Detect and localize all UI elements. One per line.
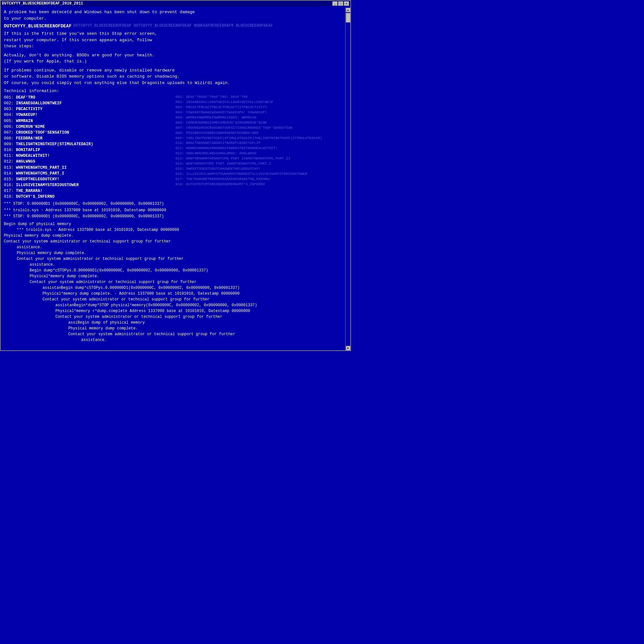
list-item: 007: CROOKED'TOOF'SENSATION: [4, 130, 175, 136]
ghost-item: 006: COMERUNOMEDIOMECOMERUN'N2MCOMERUN'N…: [175, 120, 347, 126]
list-item: 002: INSANEGOALLDONTWEIF: [4, 100, 175, 106]
ghost-item: 013: WHNTHENWHNTHENGHTCMS PART IIWHNTHEN…: [175, 156, 347, 161]
intro-text: A problem has been detecetd and Windows …: [4, 9, 347, 22]
bsod-content: A problem has been detecetd and Windows …: [1, 6, 350, 349]
dump-block-5: Physical memory dump complete. Contact y…: [4, 326, 347, 343]
ghost-item: 018: DUTCHYDTCMTORENDERNOMERNOMY'S_INFER…: [175, 182, 347, 187]
ghost-item: 016: ILLUSIVEILNAMYSTOUNAMDSTOWDOUSTILLU…: [175, 172, 347, 177]
items-right: 001: DEAF'TROAF'TRAF'TRO: DEAF'TRO 002: …: [175, 95, 347, 200]
ghost-item: 002: INSANEGOALLDONTWEIFALLDONTWEIFALLDO…: [175, 100, 347, 105]
minimize-button[interactable]: _: [332, 1, 337, 6]
list-item: 005: WRMRAIN: [4, 118, 175, 124]
list-item: 013: WHNTHENGHTCMS_PART_II: [4, 165, 175, 171]
list-item: 006: COMERUN'N2ME: [4, 124, 175, 130]
ghost-item: 012: ANGLWNGANGLWNGSANGLWNGS: ANGLWNGS: [175, 151, 347, 156]
list-item: 008: FEEDBRA!NER: [4, 136, 175, 141]
maximize-button[interactable]: □: [338, 1, 343, 6]
ghost-item: 011: NOWDEANOWHEARNOWDEATOWDEATWITNOWDEA…: [175, 146, 347, 151]
list-item: 012: ANGLWNGS: [4, 159, 175, 165]
main-title-block: DUTCHYYY_BLUESCREENOFDEAF DUTCHYYY_BLUES…: [4, 24, 347, 29]
tech-label: Technical information:: [4, 89, 347, 93]
stop-line: *** STOP: 0.000000D1 (0x0000000C, 0x0000…: [4, 202, 347, 206]
ghost-item: 004: YOWAKEYOWAKEWOWAKEYYWAKEUP4: YOWAKE…: [175, 110, 347, 115]
ghost-item: 015: SWEEPTSOEDTSDUTCHASWEETHELEGDUTCHY!: [175, 166, 347, 172]
body2: Actually, don't do anything. BSODs are g…: [4, 52, 347, 65]
ghost-item: 001: DEAF'TROAF'TRAF'TRO: DEAF'TRO: [175, 95, 347, 100]
list-item: 015: SWEEPTHELEGDUTCHY!: [4, 176, 175, 182]
dump-block-0: Begin dump of physical memory *** trolol…: [4, 221, 347, 233]
dump-block-2: Physical*memory dump complete. Contact y…: [4, 273, 347, 291]
ghost-item: 010: BONITABONNETABONIITBONIPLBONITAFLIP: [175, 141, 347, 146]
scroll-thumb[interactable]: [346, 13, 350, 23]
bsod-window: DUTCHYYY_BLUESCREENOFDEAF_2010_2011 _ □ …: [0, 0, 351, 351]
list-item: 004: YOWAKEUP!: [4, 112, 175, 118]
list-item: 018: DUTCHY'S_INFERNO: [4, 194, 175, 200]
scrollbar[interactable]: ▲ ▼: [345, 8, 350, 350]
items-left: 001: DEAF'TRO 002: INSANEGOALLDONTWEIF 0…: [4, 95, 175, 200]
trololo-line: *** trololo.sys - Address 1337000 base a…: [4, 207, 347, 213]
list-item: 011: NOWDEALWITHIT!: [4, 153, 175, 159]
titlebar-buttons: _ □ ✕: [332, 1, 349, 6]
list-item: 016: ILLUSIVEINAMYSTERIOUSTOWER: [4, 182, 175, 188]
ghost-item: 003: PBCACTPBCACTPBCACTPBCACTIITPBCACTIV…: [175, 105, 347, 110]
dump-block-3: Physical*memory dump complete. - Address…: [4, 291, 347, 308]
ghost-item: 008: FEEDBRAFEEBBRAINNER00NEFEEDBRA!NER: [175, 131, 347, 136]
ghost-title: DUTCHYYY_BLUESCREENOFDEAF DUTCHYYY_BLUES…: [73, 24, 273, 29]
main-title: DUTCHYYY_BLUESCREENOFDEAF: [4, 24, 71, 29]
body3: If problems continue, disable or remove …: [4, 67, 347, 86]
dump-section: Begin dump of physical memory *** trolol…: [4, 221, 347, 343]
dump-block-4: Physical*memory r*dump.complete Address …: [4, 308, 347, 326]
ghost-item: 009: THELIGHTNINGTHIEF(STIMULATEDAIR)THE…: [175, 136, 347, 141]
ghost-item: 014: WHNTHENGHTCMS PART IWHNTHENGHTCMS_P…: [175, 161, 347, 166]
list-item: 014: WHNTHENGHTCMS_PART_I: [4, 171, 175, 176]
list-item: 003: PBCACTIVITY: [4, 106, 175, 112]
stop2-line: *** STOP: 0.000000D1 (0x0000000C, 0x0000…: [4, 213, 347, 220]
scroll-up-button[interactable]: ▲: [346, 8, 350, 12]
body1: If this is the first time you've seen th…: [4, 31, 347, 50]
scroll-down-button[interactable]: ▼: [346, 346, 350, 350]
ghost-item: 017: THE7RARARETRARARARARARARARARATHE_RA…: [175, 177, 347, 182]
dump-block-1: Physical memory dump complete. Contact y…: [4, 233, 347, 273]
items-grid: 001: DEAF'TRO 002: INSANEGOALLDONTWEIF 0…: [4, 95, 347, 200]
list-item: 009: THELIGHTNINGTHIEF(STIMULATEDAIR): [4, 141, 175, 147]
list-item: 010: BONITAFLIP: [4, 147, 175, 153]
close-button[interactable]: ✕: [344, 1, 349, 6]
ghost-item: 007: CROOKEDROOCROOCROTOOFSITIONSCROOKED…: [175, 126, 347, 131]
list-item: 001: DEAF'TRO: [4, 95, 175, 100]
ghost-item: 005: WRMRAINWRMRAINWRMRAINDD5: WRMRAIN: [175, 115, 347, 120]
titlebar: DUTCHYYY_BLUESCREENOFDEAF_2010_2011 _ □ …: [1, 1, 350, 6]
window-title: DUTCHYYY_BLUESCREENOFDEAF_2010_2011: [2, 1, 83, 6]
list-item: 017: THE_RARARA!: [4, 188, 175, 194]
